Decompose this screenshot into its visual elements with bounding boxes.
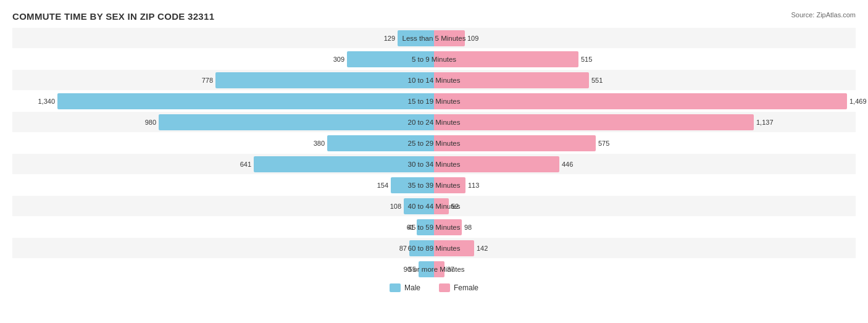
male-bar [327, 135, 434, 151]
female-value: 109 [467, 35, 478, 42]
female-bar [434, 30, 465, 46]
male-value: 778 [202, 77, 213, 84]
male-value: 129 [384, 35, 395, 42]
male-bar [57, 93, 434, 109]
female-value: 1,469 [849, 98, 867, 105]
female-value: 446 [562, 161, 573, 168]
bar-row: 20 to 24 Minutes9801,137 [12, 112, 856, 132]
female-bar [434, 261, 444, 277]
bar-row: 45 to 59 Minutes6198 [12, 217, 856, 237]
bar-row: 15 to 19 Minutes1,3401,469 [12, 91, 856, 111]
male-bar [398, 30, 434, 46]
female-value: 1,137 [756, 119, 774, 126]
male-value: 641 [240, 161, 251, 168]
female-value: 515 [581, 56, 592, 63]
female-bar [434, 135, 596, 151]
bar-row: 40 to 44 Minutes10852 [12, 196, 856, 216]
legend-male-label: Male [404, 283, 420, 292]
female-bar [434, 114, 754, 130]
male-bar [419, 261, 434, 277]
male-bar [159, 114, 434, 130]
female-value: 551 [591, 77, 603, 84]
bars-area: Less than 5 Minutes1291095 to 9 Minutes3… [12, 28, 856, 269]
male-bar [254, 156, 434, 172]
female-value: 113 [468, 182, 479, 189]
legend: Male Female [12, 283, 856, 292]
bar-row: 10 to 14 Minutes778551 [12, 70, 856, 90]
female-value: 575 [598, 140, 609, 147]
male-value: 55 [409, 266, 416, 273]
female-bar [434, 51, 578, 67]
female-bar [434, 198, 449, 214]
male-value: 61 [407, 224, 414, 231]
male-value: 980 [145, 119, 156, 126]
male-color-box [390, 283, 401, 292]
chart-title: COMMUTE TIME BY SEX IN ZIP CODE 32311 [12, 11, 856, 22]
male-bar [391, 177, 434, 193]
male-bar [417, 219, 434, 235]
male-value: 1,340 [38, 98, 55, 105]
bar-row: 35 to 39 Minutes154113 [12, 175, 856, 195]
male-value: 87 [399, 245, 407, 252]
bar-row: 5 to 9 Minutes309515 [12, 49, 856, 69]
female-bar [434, 240, 474, 256]
bar-row: 25 to 29 Minutes380575 [12, 133, 856, 153]
bar-row: 90 or more Minutes5537 [12, 259, 856, 279]
legend-female-label: Female [454, 283, 478, 292]
male-bar [409, 240, 434, 256]
female-value: 37 [447, 266, 454, 273]
female-bar [434, 219, 462, 235]
male-bar [347, 51, 434, 67]
male-bar [404, 198, 434, 214]
chart-container: COMMUTE TIME BY SEX IN ZIP CODE 32311 So… [0, 0, 868, 323]
female-value: 142 [477, 245, 488, 252]
female-value: 98 [464, 224, 472, 231]
female-value: 52 [451, 203, 459, 210]
female-bar [434, 177, 465, 193]
bar-row: Less than 5 Minutes129109 [12, 28, 856, 48]
legend-female: Female [439, 283, 478, 292]
male-value: 380 [314, 140, 325, 147]
legend-male: Male [390, 283, 420, 292]
male-value: 309 [333, 56, 344, 63]
female-bar [434, 156, 559, 172]
bar-row: 60 to 89 Minutes87142 [12, 238, 856, 258]
male-value: 108 [390, 203, 401, 210]
male-value: 154 [377, 182, 388, 189]
source-label: Source: ZipAtlas.com [791, 11, 856, 19]
female-color-box [439, 283, 450, 292]
female-bar [434, 72, 589, 88]
male-bar [215, 72, 434, 88]
female-bar [434, 93, 847, 109]
bar-row: 30 to 34 Minutes641446 [12, 154, 856, 174]
